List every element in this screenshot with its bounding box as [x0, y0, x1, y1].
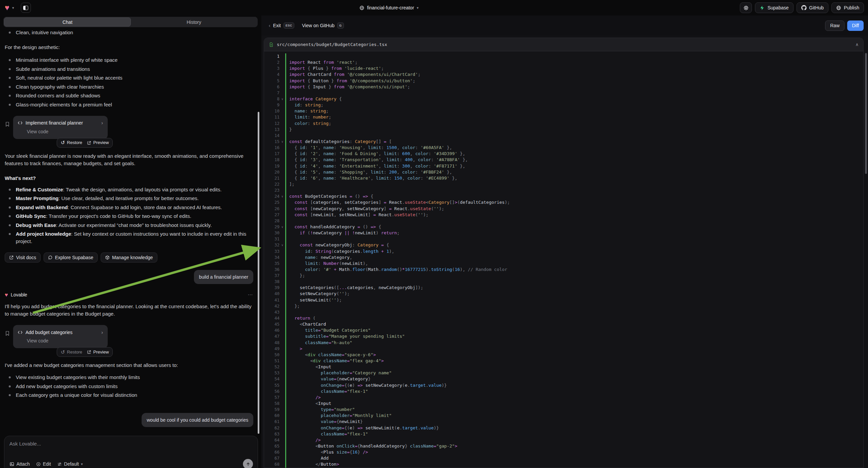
line-number: 57 [264, 394, 279, 401]
tab-chat[interactable]: Chat [4, 18, 131, 27]
supabase-icon [760, 5, 765, 10]
message-menu-button[interactable]: ⋯ [248, 291, 253, 298]
bullet-item: Minimalist interface with plenty of whit… [5, 56, 253, 64]
view-on-github-button[interactable]: View on GitHub G [302, 23, 344, 29]
code-line: 67 Add [264, 455, 863, 461]
code-line: 43 [264, 309, 863, 315]
fold-gutter [279, 90, 285, 96]
project-switcher[interactable]: financial-future-creator ▾ [359, 0, 419, 16]
chat-scrollbar[interactable] [258, 112, 259, 434]
fold-gutter [279, 382, 285, 388]
code-line: 22]; [264, 181, 863, 187]
fold-chevron-icon[interactable]: ∨ [279, 96, 285, 102]
chevron-right-icon[interactable]: › [101, 329, 103, 336]
line-number: 23 [264, 187, 279, 194]
code-line-content: > [285, 346, 863, 352]
line-number: 58 [264, 401, 279, 407]
version-card-implement-planner[interactable]: Implement financial planner › View code … [13, 116, 108, 139]
visual-edit-button[interactable]: Edit [36, 461, 51, 467]
fold-gutter [279, 333, 285, 340]
line-number: 33 [264, 248, 279, 255]
bullet-list: Clean, intuitive navigation [5, 29, 253, 36]
visit-docs-button[interactable]: Visit docs [5, 253, 40, 263]
view-code-link[interactable]: View code [18, 337, 103, 345]
version-card-add-budget-categories[interactable]: Add budget categories › View code ↺Resto… [13, 325, 108, 348]
fold-gutter [279, 53, 285, 59]
view-code-link[interactable]: View code [18, 128, 103, 135]
fold-gutter [279, 394, 285, 401]
fold-gutter [279, 327, 285, 333]
line-number: 47 [264, 333, 279, 340]
code-line: 8∨interface Category { [264, 96, 863, 102]
line-number: 68 [264, 461, 279, 467]
line-number: 31 [264, 236, 279, 242]
code-line-content: <Input [285, 401, 863, 407]
line-number: 25 [264, 199, 279, 205]
tab-history[interactable]: History [131, 18, 257, 27]
preview-button[interactable]: Preview [87, 139, 109, 146]
restore-button[interactable]: ↺Restore [61, 139, 82, 146]
code-line: 36 color: '#' + Math.floor(Math.random()… [264, 267, 863, 273]
chevron-right-icon[interactable]: › [101, 119, 103, 126]
diff-toggle-button[interactable]: Diff [847, 21, 864, 31]
exit-button[interactable]: ‹ Exit ESC [269, 23, 294, 29]
code-line-content: id: string; [285, 102, 863, 108]
fold-gutter [279, 364, 285, 370]
fold-gutter [279, 413, 285, 419]
code-icon [18, 330, 23, 334]
raw-toggle-button[interactable]: Raw [825, 21, 844, 31]
chat-message-list[interactable]: Clean, intuitive navigation For the desi… [5, 29, 253, 436]
send-button[interactable] [243, 459, 253, 468]
code-line: 13} [264, 126, 863, 133]
fold-gutter [279, 315, 285, 321]
github-button[interactable]: GitHub [797, 2, 829, 13]
code-editor-content[interactable]: 1 2import React from 'react';3import { P… [264, 52, 863, 468]
lovable-logo-icon[interactable]: ♥ [5, 4, 9, 12]
fold-gutter [279, 437, 285, 443]
line-number: 20 [264, 169, 279, 175]
restore-button[interactable]: ↺Restore [61, 349, 82, 356]
file-header[interactable]: src/components/budget/BudgetCategories.t… [264, 38, 863, 51]
fold-chevron-icon[interactable]: ∨ [279, 139, 285, 145]
code-line-content: const [categories, setCategories] = Reac… [285, 199, 863, 205]
supabase-button[interactable]: Supabase [755, 2, 793, 13]
code-line: 30 if (!newCategory || !newLimit) return… [264, 230, 863, 236]
fold-chevron-icon[interactable]: ∨ [279, 242, 285, 248]
ready-paragraph: Your sleek financial planner is now read… [5, 152, 253, 167]
settings-button[interactable] [740, 2, 752, 13]
chevron-down-icon: ▾ [81, 462, 83, 466]
next-step-item: Expand with Backend: Connect Supabase to… [5, 204, 253, 211]
mode-select[interactable]: Default ▾ [57, 461, 83, 467]
fold-gutter [279, 376, 285, 382]
code-scrollbar[interactable] [865, 53, 867, 174]
code-line-content [285, 133, 863, 139]
bullet-item: Soft, neutral color palette with light b… [5, 74, 253, 82]
bookmark-icon[interactable] [5, 330, 10, 337]
line-number: 42 [264, 303, 279, 309]
code-line-content: setCategories([...categories, newCategor… [285, 285, 863, 291]
code-line: 24∨const BudgetCategories = () => { [264, 194, 863, 199]
manage-knowledge-button[interactable]: Manage knowledge [101, 253, 157, 263]
line-number: 19 [264, 163, 279, 169]
chat-input[interactable] [9, 441, 253, 446]
preview-button[interactable]: Preview [87, 349, 109, 356]
attach-button[interactable]: Attach [9, 461, 30, 467]
restore-preview-pill: ↺Restore Preview [57, 347, 113, 357]
code-line: 23 [264, 187, 863, 194]
publish-button[interactable]: Publish [831, 2, 864, 13]
sidebar-toggle-button[interactable] [21, 3, 31, 13]
chevron-down-icon[interactable]: ▾ [12, 6, 14, 10]
line-number: 35 [264, 261, 279, 267]
collapse-chevron-up-icon[interactable]: ∧ [855, 42, 859, 47]
fold-chevron-icon[interactable]: ∨ [279, 194, 285, 199]
globe-icon [359, 5, 364, 10]
target-icon [36, 462, 41, 467]
explore-supabase-button[interactable]: Explore Supabase [43, 253, 98, 263]
fold-gutter [279, 206, 285, 212]
code-line-content: color: '#' + Math.floor(Math.random()*16… [285, 267, 863, 273]
code-line-content: setNewLimit(''); [285, 297, 863, 303]
fold-chevron-icon[interactable]: ∨ [279, 224, 285, 230]
code-line-content: { id: '6', name: 'Healthcare', limit: 15… [285, 175, 863, 181]
bookmark-icon[interactable] [5, 121, 10, 127]
file-plus-icon [269, 42, 274, 47]
